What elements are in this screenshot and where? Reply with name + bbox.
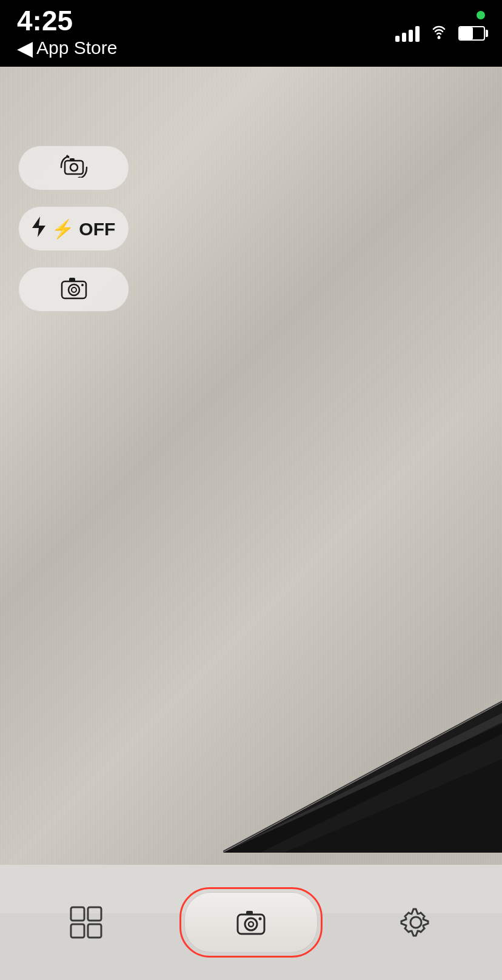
status-bar: 4:25 ◀ App Store <box>0 0 502 67</box>
switch-camera-icon <box>60 155 88 182</box>
svg-point-26 <box>410 917 421 928</box>
settings-button[interactable] <box>386 892 446 953</box>
status-time: 4:25 <box>17 7 117 35</box>
camera-controls: ⚡ OFF <box>18 146 129 312</box>
green-dot-indicator <box>477 11 485 19</box>
svg-point-22 <box>245 918 257 930</box>
layers-icon <box>68 904 104 941</box>
photo-mode-button[interactable] <box>18 267 129 312</box>
signal-bars-icon <box>395 25 420 42</box>
status-right <box>395 23 485 44</box>
flash-label: ⚡ OFF <box>52 218 115 240</box>
battery-icon <box>458 26 485 41</box>
svg-rect-19 <box>71 924 84 938</box>
svg-point-0 <box>438 36 441 39</box>
svg-marker-11 <box>32 216 45 237</box>
flash-button[interactable]: ⚡ OFF <box>18 206 129 251</box>
svg-point-25 <box>259 918 262 921</box>
back-label: App Store <box>36 38 117 58</box>
capture-camera-icon <box>236 908 266 936</box>
svg-point-23 <box>249 922 253 927</box>
svg-rect-20 <box>88 924 101 938</box>
subject-object <box>223 622 502 853</box>
wifi-icon <box>428 23 450 44</box>
svg-rect-6 <box>65 161 83 174</box>
svg-rect-8 <box>70 158 75 161</box>
camera-viewfinder: ⚡ OFF <box>0 67 502 913</box>
capture-button-wrapper[interactable] <box>179 887 323 958</box>
back-chevron-icon: ◀ <box>17 36 33 60</box>
back-navigation[interactable]: ◀ App Store <box>17 36 117 60</box>
svg-point-13 <box>69 284 79 295</box>
layers-button[interactable] <box>56 892 116 953</box>
svg-rect-15 <box>69 278 75 282</box>
capture-button[interactable] <box>184 892 318 953</box>
bottom-toolbar <box>0 865 502 980</box>
switch-camera-button[interactable] <box>18 146 129 190</box>
svg-point-7 <box>70 164 78 171</box>
photo-mode-icon <box>61 275 87 304</box>
svg-rect-18 <box>88 907 101 921</box>
camera-background: ⚡ OFF <box>0 67 502 913</box>
status-left: 4:25 ◀ App Store <box>17 7 117 60</box>
svg-point-16 <box>81 284 84 286</box>
svg-rect-24 <box>246 911 253 915</box>
svg-point-14 <box>72 287 76 292</box>
gear-icon <box>399 905 433 939</box>
svg-rect-17 <box>71 907 84 921</box>
flash-icon <box>32 216 45 241</box>
